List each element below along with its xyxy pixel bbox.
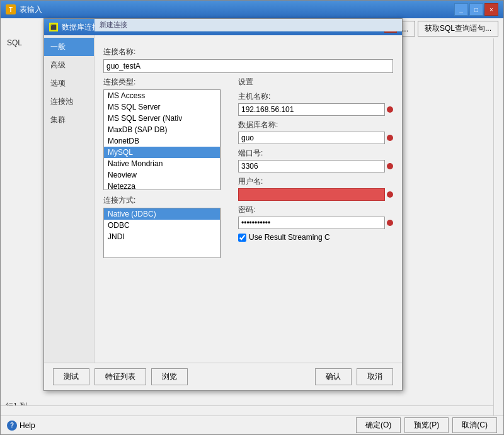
dbname-indicator — [387, 135, 393, 141]
user-indicator — [387, 191, 393, 198]
db-title-icon: ⬛ — [49, 23, 58, 31]
user-input-wrapper — [238, 188, 393, 201]
features-button[interactable]: 特征列表 — [94, 368, 146, 385]
list-item-ms-sql[interactable]: MS SQL Server — [104, 101, 220, 113]
db-cancel-button[interactable]: 取消 — [357, 368, 393, 385]
conn-type-list-wrapper: MS Access MS SQL Server MS SQL Server (N… — [103, 89, 229, 190]
host-input[interactable] — [238, 103, 385, 116]
main-window: T 表输入 _ □ × 新建... Wizard... 获取SQL查询语句...… — [0, 0, 504, 435]
port-indicator — [387, 163, 393, 169]
list-item-maxdb[interactable]: MaxDB (SAP DB) — [104, 124, 220, 135]
db-content: 连接名称: 连接类型: MS Access MS SQL Server MS S — [94, 35, 402, 363]
host-input-wrapper — [238, 103, 393, 116]
port-input[interactable] — [238, 160, 385, 172]
user-input[interactable] — [238, 188, 385, 201]
list-item-odbc[interactable]: ODBC — [104, 220, 220, 231]
streaming-label: Use Result Streaming C — [249, 233, 330, 242]
browse-button[interactable]: 浏览 — [151, 368, 188, 385]
two-col-layout: 连接类型: MS Access MS SQL Server MS SQL Ser… — [103, 77, 393, 258]
col-left: 连接类型: MS Access MS SQL Server MS SQL Ser… — [103, 77, 229, 258]
host-label: 主机名称: — [238, 91, 393, 102]
user-row: 用户名: — [238, 176, 393, 201]
port-row: 端口号: — [238, 148, 393, 172]
conn-type-scrollbar[interactable] — [220, 89, 229, 190]
sidebar-item-general[interactable]: 一般 — [44, 38, 94, 56]
conn-name-input[interactable] — [103, 59, 393, 73]
port-label: 端口号: — [238, 148, 393, 159]
user-label: 用户名: — [238, 176, 393, 187]
sidebar-item-pool[interactable]: 连接池 — [44, 93, 94, 111]
settings-label: 设置 — [238, 77, 393, 88]
checkbox-row: Use Result Streaming C — [238, 233, 393, 242]
port-input-wrapper — [238, 160, 393, 172]
dbname-label: 数据库名称: — [238, 120, 393, 130]
db-bottom: 测试 特征列表 浏览 确认 取消 — [44, 363, 402, 390]
password-input-wrapper — [238, 217, 393, 229]
sidebar-item-cluster[interactable]: 集群 — [44, 111, 94, 129]
test-button[interactable]: 测试 — [53, 368, 89, 385]
host-row: 主机名称: — [238, 91, 393, 116]
db-confirm-button[interactable]: 确认 — [315, 368, 352, 385]
list-item-native-mondrian[interactable]: Native Mondrian — [104, 158, 220, 169]
password-row: 密码: — [238, 205, 393, 229]
list-item-ms-sql-native[interactable]: MS SQL Server (Nativ — [104, 113, 220, 124]
step-header: 新建连接 — [94, 19, 402, 31]
db-body: 一般 高级 选项 连接池 集群 — [44, 35, 402, 363]
conn-method-list-wrapper: Native (JDBC) ODBC JNDI — [103, 208, 229, 258]
col-right: 设置 主机名称: 数据库名称: — [238, 77, 393, 258]
conn-name-label: 连接名称: — [103, 47, 393, 57]
dbname-input[interactable] — [238, 132, 385, 144]
new-conn-label: 新建连接 — [100, 20, 127, 30]
list-item-netezza[interactable]: Netezza — [104, 181, 220, 190]
list-item-neoview[interactable]: Neoview — [104, 169, 220, 181]
conn-method-list: Native (JDBC) ODBC JNDI — [103, 208, 220, 258]
password-input[interactable] — [238, 217, 385, 229]
list-item-ms-access[interactable]: MS Access — [104, 90, 220, 101]
list-item-monetdb[interactable]: MonetDB — [104, 135, 220, 147]
list-item-native-jdbc[interactable]: Native (JDBC) — [104, 208, 220, 220]
sidebar-item-advanced[interactable]: 高级 — [44, 56, 94, 74]
sidebar-item-options[interactable]: 选项 — [44, 74, 94, 93]
host-indicator — [387, 106, 393, 113]
list-item-mysql[interactable]: MySQL — [104, 147, 220, 158]
conn-method-label: 连接方式: — [103, 195, 229, 206]
db-bottom-left: 测试 特征列表 浏览 — [53, 368, 188, 385]
dbname-row: 数据库名称: — [238, 120, 393, 144]
streaming-checkbox[interactable] — [238, 234, 246, 242]
conn-type-label: 连接类型: — [103, 77, 229, 88]
db-sidebar: 一般 高级 选项 连接池 集群 — [44, 35, 94, 363]
conn-method-scrollbar[interactable] — [220, 208, 229, 258]
db-dialog-title: 数据库连接 — [62, 22, 100, 33]
db-bottom-right: 确认 取消 — [315, 368, 393, 385]
dbname-input-wrapper — [238, 132, 393, 144]
dialog-overlay: ⬛ 数据库连接 步骤名称 guo_testA × 新建连接 一般 — [1, 1, 503, 434]
password-indicator — [387, 220, 393, 226]
list-item-jndi[interactable]: JNDI — [104, 231, 220, 242]
conn-type-list: MS Access MS SQL Server MS SQL Server (N… — [103, 89, 220, 190]
password-label: 密码: — [238, 205, 393, 215]
db-dialog: ⬛ 数据库连接 步骤名称 guo_testA × 新建连接 一般 — [43, 18, 403, 391]
